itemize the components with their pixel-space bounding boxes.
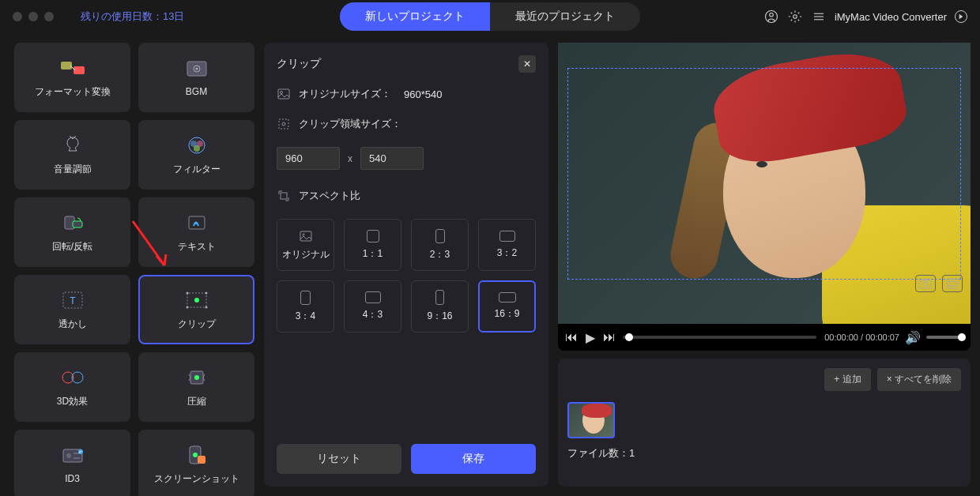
aspect-icon (277, 189, 291, 203)
image-icon (299, 229, 313, 243)
ratio-label: 4：3 (363, 308, 383, 321)
ratio-label: 2：3 (430, 248, 450, 261)
tool-id3[interactable]: ID3 (14, 430, 130, 496)
svg-rect-41 (198, 456, 205, 464)
original-size-label: オリジナルサイズ： (299, 87, 391, 101)
ratio-1-1[interactable]: 1：1 (344, 219, 401, 271)
crop-icon (277, 117, 291, 131)
min-dot[interactable] (28, 12, 38, 21)
gear-icon[interactable] (787, 9, 803, 24)
tool-3d[interactable]: 3D効果 (14, 352, 130, 422)
volume-slider[interactable] (926, 336, 963, 339)
play-button[interactable]: ▶ (585, 332, 596, 343)
close-dot[interactable] (13, 12, 22, 21)
crop-frame[interactable] (567, 68, 961, 280)
ratio-label: 3：2 (497, 246, 517, 260)
svg-rect-42 (278, 89, 289, 99)
clip-panel: クリップ ✕ オリジナルサイズ： 960*540 クリップ領域サイズ： x アス… (264, 43, 548, 487)
video-canvas[interactable] (558, 43, 971, 324)
prev-frame-button[interactable]: ⏮ (566, 332, 577, 343)
tool-clip[interactable]: クリップ (138, 275, 254, 344)
file-thumbnail[interactable] (567, 402, 615, 438)
svg-text:T: T (70, 295, 76, 306)
tool-filter[interactable]: フィルター (138, 120, 254, 190)
tab-new-project[interactable]: 新しいプロジェクト (340, 2, 490, 31)
aspect-label: アスペクト比 (299, 189, 360, 203)
tool-label: 回転/反転 (52, 240, 92, 254)
play-icon[interactable] (955, 10, 967, 23)
ratio-2-3[interactable]: 2：3 (411, 219, 469, 271)
bgm-icon (183, 58, 210, 80)
id3-icon (59, 445, 86, 467)
crop-size-label: クリップ領域サイズ： (299, 117, 401, 131)
file-count: ファイル数：1 (567, 446, 961, 460)
ratio-shape-icon (499, 292, 516, 302)
tool-label: 音量調節 (54, 163, 92, 176)
window-controls (13, 12, 54, 21)
svg-point-25 (205, 291, 207, 294)
svg-point-33 (194, 375, 199, 380)
menu-icon[interactable] (811, 9, 827, 24)
tab-recent-project[interactable]: 最近のプロジェクト (490, 2, 640, 31)
next-frame-button[interactable]: ⏭ (604, 332, 615, 343)
ratio-3-2[interactable]: 3：2 (478, 219, 536, 271)
ratio-16-9[interactable]: 16：9 (478, 280, 536, 333)
convert-icon (59, 57, 86, 79)
timeline-scrubber[interactable] (623, 336, 816, 339)
svg-rect-46 (281, 193, 287, 199)
watermark-icon: T (59, 289, 86, 311)
tool-label: BGM (186, 86, 207, 97)
video-preview: ⏮ ▶ ⏭ 00:00:00 / 00:00:07 🔊 (558, 43, 971, 351)
volume-icon[interactable]: 🔊 (907, 332, 918, 343)
files-panel: + 追加 × すべてを削除 ファイル数：1 (558, 359, 971, 487)
tool-compress[interactable]: 圧縮 (138, 352, 254, 422)
ratio-9-16[interactable]: 9：16 (411, 280, 469, 333)
svg-point-48 (303, 234, 304, 235)
svg-point-1 (770, 13, 774, 17)
close-button[interactable]: ✕ (518, 55, 536, 73)
save-button[interactable]: 保存 (411, 444, 536, 474)
width-input[interactable] (277, 147, 340, 170)
tool-label: クリップ (178, 318, 216, 331)
compress-icon (183, 366, 210, 389)
svg-point-27 (205, 306, 207, 308)
ratio-original[interactable]: オリジナル (277, 219, 334, 271)
image-icon (277, 87, 291, 101)
height-input[interactable] (360, 147, 424, 170)
tool-format-convert[interactable]: フォーマット変換 (14, 43, 130, 112)
ratio-4-3[interactable]: 4：3 (344, 280, 401, 333)
time-display: 00:00:00 / 00:00:07 (824, 333, 899, 342)
svg-point-26 (186, 306, 188, 308)
ratio-3-4[interactable]: 3：4 (277, 280, 334, 333)
ratio-label: オリジナル (282, 248, 330, 261)
volume-icon (59, 134, 86, 156)
tools-sidebar: フォーマット変換 BGM 音量調節 フィルター 回転/反転 テキスト T透かし … (14, 43, 254, 487)
tool-label: 3D効果 (57, 395, 88, 408)
tool-label: 圧縮 (187, 395, 206, 408)
svg-rect-51 (947, 279, 958, 288)
tool-rotate[interactable]: 回転/反転 (14, 197, 130, 267)
clip-icon (183, 289, 210, 311)
svg-rect-7 (74, 66, 85, 74)
ratio-shape-icon (300, 291, 311, 305)
account-icon[interactable] (763, 9, 779, 24)
snapshot-icon[interactable] (915, 275, 936, 292)
svg-point-45 (282, 122, 285, 126)
add-button[interactable]: + 追加 (824, 368, 870, 391)
tool-text[interactable]: テキスト (138, 197, 254, 267)
svg-point-50 (923, 282, 928, 287)
rotate-icon (59, 212, 86, 234)
fullscreen-icon[interactable] (942, 275, 963, 292)
clear-all-button[interactable]: × すべてを削除 (877, 368, 961, 391)
panel-title: クリップ (277, 57, 321, 71)
tool-watermark[interactable]: T透かし (14, 275, 130, 344)
tool-label: スクリーンショット (154, 472, 239, 486)
tool-screenshot[interactable]: スクリーンショット (138, 430, 254, 496)
tool-bgm[interactable]: BGM (138, 43, 254, 112)
svg-point-2 (793, 15, 797, 19)
reset-button[interactable]: リセット (277, 444, 401, 474)
max-dot[interactable] (44, 12, 54, 21)
svg-rect-52 (949, 281, 956, 286)
ratio-label: 3：4 (296, 310, 315, 323)
tool-volume[interactable]: 音量調節 (14, 120, 130, 190)
